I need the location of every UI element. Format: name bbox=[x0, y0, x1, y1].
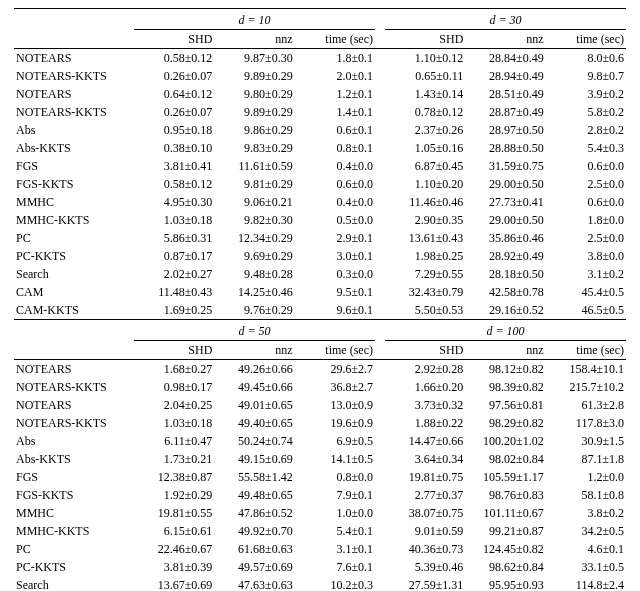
cell-shd: 1.05±0.16 bbox=[385, 139, 465, 157]
table-row: NOTEARS-KKTS0.26±0.079.89±0.292.0±0.10.6… bbox=[14, 67, 626, 85]
cell-nnz: 28.87±0.49 bbox=[465, 103, 545, 121]
cell-nnz: 29.16±0.52 bbox=[465, 301, 545, 320]
table-row: Abs-KKTS1.73±0.2149.15±0.6914.1±0.53.64±… bbox=[14, 450, 626, 468]
cell-shd: 9.01±0.59 bbox=[385, 522, 465, 540]
cell-nnz: 98.29±0.82 bbox=[465, 414, 545, 432]
cell-shd: 38.07±0.75 bbox=[385, 504, 465, 522]
method-label: NOTEARS-KKTS bbox=[14, 378, 134, 396]
cell-time: 3.9±0.2 bbox=[546, 85, 626, 103]
table-row: Search13.67±0.6947.63±0.6310.2±0.327.59±… bbox=[14, 576, 626, 591]
cell-shd: 0.78±0.12 bbox=[385, 103, 465, 121]
cell-shd: 11.48±0.43 bbox=[134, 283, 214, 301]
col-nnz: nnz bbox=[465, 30, 545, 49]
results-table: d = 10 d = 30 SHD nnz time (sec) SHD nnz… bbox=[14, 8, 626, 591]
cell-nnz: 98.02±0.84 bbox=[465, 450, 545, 468]
cell-shd: 4.95±0.30 bbox=[134, 193, 214, 211]
cell-nnz: 9.06±0.21 bbox=[214, 193, 294, 211]
method-label: Abs bbox=[14, 432, 134, 450]
cell-shd: 5.39±0.46 bbox=[385, 558, 465, 576]
cell-time: 0.8±0.0 bbox=[295, 468, 375, 486]
cell-shd: 6.11±0.47 bbox=[134, 432, 214, 450]
cell-nnz: 9.81±0.29 bbox=[214, 175, 294, 193]
cell-time: 3.0±0.1 bbox=[295, 247, 375, 265]
method-label: NOTEARS-KKTS bbox=[14, 103, 134, 121]
col-shd: SHD bbox=[385, 341, 465, 360]
table-row: FGS-KKTS0.58±0.129.81±0.290.6±0.01.10±0.… bbox=[14, 175, 626, 193]
cell-nnz: 49.01±0.65 bbox=[214, 396, 294, 414]
col-nnz: nnz bbox=[214, 341, 294, 360]
cell-time: 2.5±0.0 bbox=[546, 229, 626, 247]
cell-time: 1.8±0.1 bbox=[295, 49, 375, 68]
cell-nnz: 28.51±0.49 bbox=[465, 85, 545, 103]
cell-nnz: 9.83±0.29 bbox=[214, 139, 294, 157]
method-label: NOTEARS-KKTS bbox=[14, 67, 134, 85]
cell-shd: 27.59±1.31 bbox=[385, 576, 465, 591]
cell-shd: 0.64±0.12 bbox=[134, 85, 214, 103]
cell-time: 45.4±0.5 bbox=[546, 283, 626, 301]
cell-time: 5.8±0.2 bbox=[546, 103, 626, 121]
table-row: NOTEARS-KKTS1.03±0.1849.40±0.6519.6±0.91… bbox=[14, 414, 626, 432]
cell-nnz: 49.26±0.66 bbox=[214, 360, 294, 379]
cell-shd: 1.98±0.25 bbox=[385, 247, 465, 265]
method-label: FGS bbox=[14, 157, 134, 175]
cell-nnz: 47.63±0.63 bbox=[214, 576, 294, 591]
cell-time: 8.0±0.6 bbox=[546, 49, 626, 68]
method-label: NOTEARS bbox=[14, 49, 134, 68]
method-label: CAM-KKTS bbox=[14, 301, 134, 320]
table-row: PC-KKTS3.81±0.3949.57±0.697.6±0.15.39±0.… bbox=[14, 558, 626, 576]
col-nnz: nnz bbox=[214, 30, 294, 49]
table-row: CAM11.48±0.4314.25±0.469.5±0.132.43±0.79… bbox=[14, 283, 626, 301]
method-label: NOTEARS-KKTS bbox=[14, 414, 134, 432]
cell-time: 0.4±0.0 bbox=[295, 157, 375, 175]
cell-time: 1.2±0.0 bbox=[546, 468, 626, 486]
col-time: time (sec) bbox=[546, 30, 626, 49]
cell-nnz: 11.61±0.59 bbox=[214, 157, 294, 175]
cell-time: 1.2±0.1 bbox=[295, 85, 375, 103]
cell-shd: 5.50±0.53 bbox=[385, 301, 465, 320]
cell-time: 3.8±0.0 bbox=[546, 247, 626, 265]
cell-shd: 1.03±0.18 bbox=[134, 211, 214, 229]
method-label: MMHC-KKTS bbox=[14, 211, 134, 229]
table-row: CAM-KKTS1.69±0.259.76±0.299.6±0.15.50±0.… bbox=[14, 301, 626, 320]
cell-time: 1.4±0.1 bbox=[295, 103, 375, 121]
cell-nnz: 98.62±0.84 bbox=[465, 558, 545, 576]
method-label: PC-KKTS bbox=[14, 247, 134, 265]
method-label: NOTEARS bbox=[14, 396, 134, 414]
cell-time: 36.8±2.7 bbox=[295, 378, 375, 396]
method-label: Abs-KKTS bbox=[14, 139, 134, 157]
cell-nnz: 99.21±0.87 bbox=[465, 522, 545, 540]
method-label: MMHC bbox=[14, 504, 134, 522]
cell-shd: 3.73±0.32 bbox=[385, 396, 465, 414]
cell-nnz: 35.86±0.46 bbox=[465, 229, 545, 247]
cell-shd: 1.10±0.20 bbox=[385, 175, 465, 193]
method-label: NOTEARS bbox=[14, 360, 134, 379]
cell-shd: 0.58±0.12 bbox=[134, 175, 214, 193]
table-row: FGS12.38±0.8755.58±1.420.8±0.019.81±0.75… bbox=[14, 468, 626, 486]
cell-time: 2.8±0.2 bbox=[546, 121, 626, 139]
cell-shd: 1.03±0.18 bbox=[134, 414, 214, 432]
table-row: Abs0.95±0.189.86±0.290.6±0.12.37±0.2628.… bbox=[14, 121, 626, 139]
table-row: FGS3.81±0.4111.61±0.590.4±0.06.87±0.4531… bbox=[14, 157, 626, 175]
cell-shd: 11.46±0.46 bbox=[385, 193, 465, 211]
cell-nnz: 49.48±0.65 bbox=[214, 486, 294, 504]
cell-shd: 0.95±0.18 bbox=[134, 121, 214, 139]
method-label: FGS-KKTS bbox=[14, 175, 134, 193]
cell-nnz: 100.20±1.02 bbox=[465, 432, 545, 450]
table-row: NOTEARS-KKTS0.26±0.079.89±0.291.4±0.10.7… bbox=[14, 103, 626, 121]
method-label: Abs-KKTS bbox=[14, 450, 134, 468]
cell-time: 3.1±0.2 bbox=[546, 265, 626, 283]
cell-time: 7.9±0.1 bbox=[295, 486, 375, 504]
cell-nnz: 49.40±0.65 bbox=[214, 414, 294, 432]
method-label: Search bbox=[14, 265, 134, 283]
method-label: NOTEARS bbox=[14, 85, 134, 103]
method-label: Abs bbox=[14, 121, 134, 139]
table-row: PC22.46±0.6761.68±0.633.1±0.140.36±0.731… bbox=[14, 540, 626, 558]
cell-nnz: 95.95±0.93 bbox=[465, 576, 545, 591]
method-label: PC-KKTS bbox=[14, 558, 134, 576]
cell-shd: 5.86±0.31 bbox=[134, 229, 214, 247]
method-label: FGS-KKTS bbox=[14, 486, 134, 504]
cell-time: 10.2±0.3 bbox=[295, 576, 375, 591]
table-row: NOTEARS2.04±0.2549.01±0.6513.0±0.93.73±0… bbox=[14, 396, 626, 414]
cell-nnz: 28.18±0.50 bbox=[465, 265, 545, 283]
group-header-row-2: d = 50 d = 100 bbox=[14, 322, 626, 341]
